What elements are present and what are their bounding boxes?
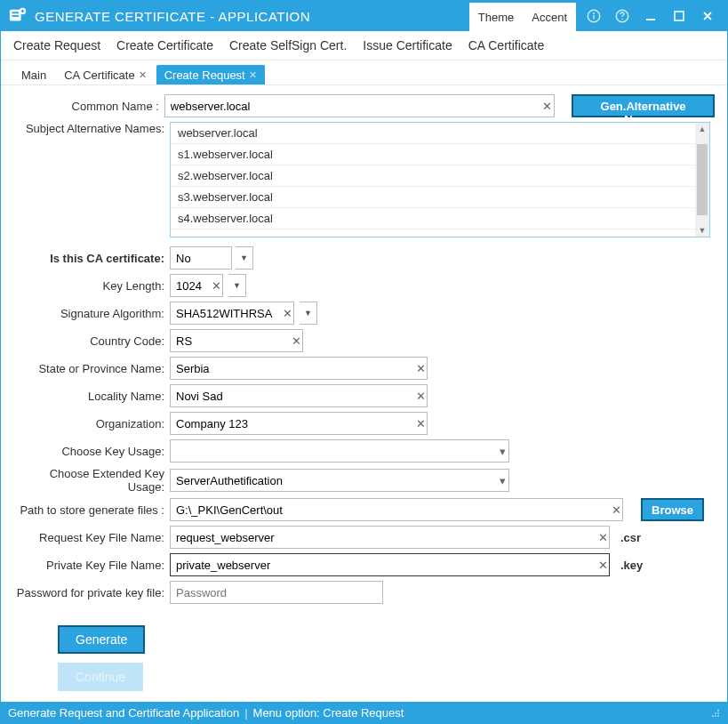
- chevron-down-icon[interactable]: ▼: [300, 302, 317, 325]
- sig-alg-label: Signature Algorithm:: [13, 307, 170, 320]
- ext-key-usage-select[interactable]: [170, 469, 509, 492]
- san-label: Subject Alternative Names:: [13, 122, 170, 135]
- org-label: Organization:: [13, 417, 170, 430]
- is-ca-select[interactable]: [170, 246, 232, 269]
- san-listbox[interactable]: webserver.local s1.webserver.local s2.we…: [170, 122, 710, 237]
- clear-icon[interactable]: ✕: [594, 553, 612, 576]
- tab-main[interactable]: Main: [13, 65, 54, 84]
- org-input[interactable]: [170, 412, 428, 435]
- svg-point-11: [717, 715, 719, 717]
- chevron-down-icon[interactable]: ▾: [493, 439, 511, 463]
- gen-alt-names-button[interactable]: Gen.Alternative Names: [572, 94, 715, 117]
- menu-issue-certificate[interactable]: Issue Certificate: [363, 38, 452, 52]
- state-label: State or Province Name:: [13, 362, 170, 375]
- clear-icon[interactable]: ✕: [539, 94, 556, 117]
- tab-label: Main: [21, 68, 46, 82]
- state-input[interactable]: [170, 357, 428, 380]
- close-icon[interactable]: [695, 4, 720, 28]
- req-file-input[interactable]: [170, 526, 610, 549]
- csr-suffix: .csr: [620, 531, 641, 544]
- clear-icon[interactable]: ✕: [594, 526, 612, 549]
- key-length-label: Key Length:: [13, 279, 170, 293]
- help-icon[interactable]: [610, 4, 635, 28]
- locality-input[interactable]: [170, 384, 428, 407]
- browse-button[interactable]: Browse: [641, 498, 704, 521]
- minimize-icon[interactable]: [638, 4, 663, 28]
- key-usage-select[interactable]: [170, 439, 509, 463]
- resize-grip-icon[interactable]: [709, 707, 720, 718]
- svg-point-13: [717, 712, 719, 714]
- clear-icon[interactable]: ✕: [412, 384, 429, 407]
- scroll-thumb[interactable]: [697, 144, 708, 215]
- theme-menu-item[interactable]: Theme: [469, 11, 523, 24]
- locality-label: Locality Name:: [13, 390, 170, 403]
- svg-rect-1: [12, 12, 19, 13]
- continue-button: Continue: [58, 663, 143, 691]
- status-right: Menu option: Create Request: [253, 706, 404, 720]
- password-label: Password for private key file:: [13, 586, 170, 599]
- window-controls: [581, 4, 720, 28]
- maximize-icon[interactable]: [667, 4, 692, 28]
- list-item[interactable]: s1.webserver.local: [171, 144, 709, 165]
- chevron-down-icon[interactable]: ▼: [228, 274, 246, 297]
- list-item[interactable]: s4.webserver.local: [171, 208, 709, 229]
- status-left: Generate Request and Certificate Applica…: [8, 706, 239, 720]
- scroll-up-icon[interactable]: ▲: [695, 123, 709, 135]
- sig-alg-select[interactable]: [170, 302, 294, 325]
- clear-icon[interactable]: ✕: [278, 302, 296, 325]
- path-label: Path to store generate files :: [13, 503, 170, 517]
- titlebar: GENERATE CERTIFICATE - APPLICATION Theme…: [1, 1, 727, 31]
- chevron-down-icon[interactable]: ▾: [493, 469, 511, 492]
- tab-close-icon[interactable]: ✕: [139, 69, 147, 81]
- menu-ca-certificate[interactable]: CA Certificate: [468, 38, 545, 52]
- scroll-down-icon[interactable]: ▼: [695, 224, 709, 237]
- window-title: GENERATE CERTIFICATE - APPLICATION: [35, 9, 310, 24]
- common-name-input[interactable]: [164, 94, 555, 117]
- svg-point-5: [593, 12, 595, 14]
- statusbar: Generate Request and Certificate Applica…: [1, 702, 727, 723]
- chevron-down-icon[interactable]: ▼: [236, 246, 253, 269]
- clear-icon[interactable]: ✕: [412, 412, 429, 435]
- svg-rect-9: [646, 19, 655, 20]
- info-icon[interactable]: [581, 4, 606, 28]
- list-item[interactable]: s3.webserver.local: [171, 187, 709, 208]
- path-input[interactable]: [170, 498, 623, 521]
- priv-file-input[interactable]: [170, 553, 610, 576]
- password-input[interactable]: [170, 581, 383, 604]
- svg-point-14: [712, 715, 714, 717]
- svg-rect-10: [675, 12, 684, 20]
- clear-icon[interactable]: ✕: [207, 274, 225, 297]
- key-suffix: .key: [620, 559, 643, 572]
- svg-point-8: [621, 19, 623, 20]
- tabbar: Main CA Certificate ✕ Create Request ✕: [1, 60, 727, 85]
- svg-rect-2: [12, 15, 19, 17]
- scrollbar[interactable]: ▲ ▼: [695, 123, 709, 237]
- tab-close-icon[interactable]: ✕: [249, 69, 257, 81]
- svg-point-16: [717, 710, 719, 712]
- country-label: Country Code:: [13, 334, 170, 348]
- common-name-label: Common Name :: [13, 100, 164, 113]
- list-item[interactable]: s2.webserver.local: [171, 165, 709, 187]
- menu-create-request[interactable]: Create Request: [13, 38, 100, 52]
- tab-label: CA Certificate: [64, 68, 134, 82]
- svg-rect-6: [593, 15, 595, 20]
- tab-create-request[interactable]: Create Request ✕: [156, 65, 265, 84]
- form-content: Common Name : ✕ Gen.Alternative Names Su…: [1, 85, 727, 702]
- clear-icon[interactable]: ✕: [412, 357, 429, 380]
- list-item[interactable]: webserver.local: [171, 123, 709, 144]
- accent-menu-item[interactable]: Accent: [523, 11, 576, 24]
- menu-create-selfsign[interactable]: Create SelfSign Cert.: [229, 38, 347, 52]
- clear-icon[interactable]: ✕: [607, 498, 625, 521]
- clear-icon[interactable]: ✕: [287, 329, 305, 352]
- priv-file-label: Private Key File Name:: [13, 559, 170, 572]
- svg-point-12: [715, 715, 716, 717]
- generate-button[interactable]: Generate: [58, 625, 145, 654]
- country-input[interactable]: [170, 329, 303, 352]
- is-ca-label: Is this CA certificate:: [13, 252, 170, 265]
- status-separator: |: [244, 706, 247, 720]
- theme-accent-group: Theme Accent: [469, 1, 576, 31]
- ext-key-usage-label: Choose Extended Key Usage:: [13, 467, 170, 494]
- menu-create-certificate[interactable]: Create Certificate: [116, 38, 213, 52]
- tab-ca-certificate[interactable]: CA Certificate ✕: [56, 65, 154, 84]
- app-icon: [8, 6, 28, 26]
